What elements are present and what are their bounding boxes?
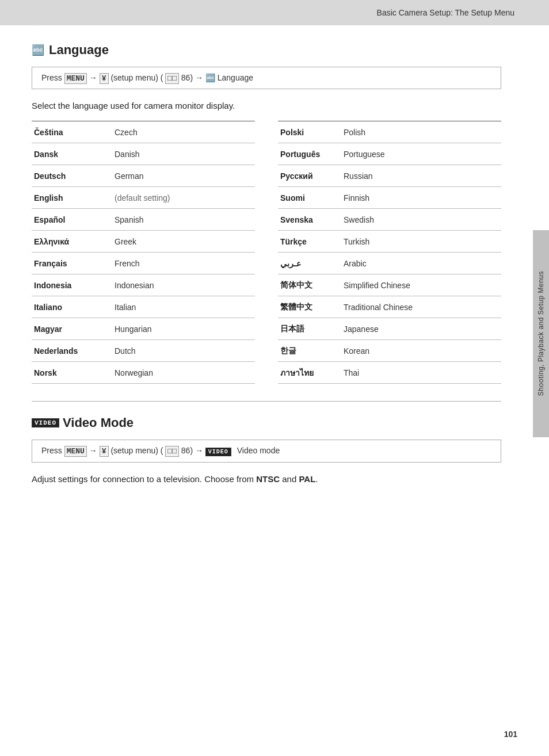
- side-tab-text: Shooting, Playback and Setup Menus: [537, 271, 545, 396]
- lang-english: Turkish: [341, 234, 372, 250]
- language-description: Select the language used for camera moni…: [32, 101, 501, 110]
- lang-english: Korean: [341, 343, 372, 359]
- language-right-column: PolskiPolishPortuguêsPortugueseРусскийRu…: [278, 121, 501, 384]
- table-row: DeutschGerman: [32, 165, 255, 187]
- table-row: PortuguêsPortuguese: [278, 143, 501, 165]
- video-heading: Video Mode: [63, 415, 134, 430]
- lang-native: ภาษาไทย: [278, 363, 341, 383]
- table-row: NederlandsDutch: [32, 340, 255, 362]
- lang-native: Türkçe: [278, 234, 341, 250]
- video-page-ref: □□: [165, 446, 179, 457]
- lang-native: 日本語: [278, 320, 341, 338]
- lang-english: Greek: [112, 234, 139, 250]
- lang-english: Italian: [112, 299, 138, 315]
- table-row: ภาษาไทยThai: [278, 362, 501, 384]
- table-row: 繁體中文Traditional Chinese: [278, 296, 501, 318]
- table-row: English(default setting): [32, 187, 255, 209]
- lang-native: 한글: [278, 342, 341, 360]
- lang-english: Japanese: [341, 321, 381, 337]
- side-tab: Shooting, Playback and Setup Menus: [533, 230, 549, 437]
- lang-english: Spanish: [112, 212, 146, 228]
- lang-english: Arabic: [341, 255, 369, 272]
- lang-native: Norsk: [32, 365, 112, 381]
- table-row: MagyarHungarian: [32, 318, 255, 340]
- lang-native: Français: [32, 255, 112, 272]
- lang-english: Portuguese: [341, 146, 387, 162]
- table-row: EspañolSpanish: [32, 209, 255, 231]
- table-row: TürkçeTurkish: [278, 231, 501, 253]
- table-row: عـربيArabic: [278, 253, 501, 274]
- pal-label: PAL: [299, 474, 315, 484]
- setup-icon: ¥: [100, 73, 109, 84]
- lang-english: Czech: [112, 124, 140, 140]
- lang-english: Finnish: [341, 190, 372, 206]
- lang-english: Hungarian: [112, 321, 154, 337]
- table-row: DanskDanish: [32, 143, 255, 165]
- column-separator: [255, 121, 278, 384]
- lang-english: Thai: [341, 365, 361, 381]
- page-number: 101: [504, 730, 517, 739]
- table-row: РусскийRussian: [278, 165, 501, 187]
- lang-native: 简体中文: [278, 277, 341, 294]
- lang-native: Polski: [278, 124, 341, 140]
- table-row: NorskNorwegian: [32, 362, 255, 384]
- main-content: 🔤 Language Press MENU → ¥ (setup menu) (…: [0, 25, 533, 517]
- top-bar: Basic Camera Setup: The Setup Menu: [0, 0, 549, 25]
- lang-english: French: [112, 255, 142, 272]
- table-row: ItalianoItalian: [32, 296, 255, 318]
- lang-english: Norwegian: [112, 365, 155, 381]
- menu-key: MENU: [64, 73, 87, 84]
- page-ref: □□: [165, 73, 179, 84]
- language-icon: 🔤: [32, 44, 44, 56]
- lang-native: Indonesia: [32, 277, 112, 293]
- lang-english: Polish: [341, 124, 368, 140]
- table-row: ČeštinaCzech: [32, 121, 255, 143]
- lang-english: Traditional Chinese: [341, 299, 415, 315]
- table-row: IndonesiaIndonesian: [32, 274, 255, 296]
- lang-native: Magyar: [32, 321, 112, 337]
- page-header-title: Basic Camera Setup: The Setup Menu: [377, 8, 514, 17]
- table-row: SvenskaSwedish: [278, 209, 501, 231]
- language-menu-box: Press MENU → ¥ (setup menu) ( □□ 86) → 🔤…: [32, 67, 501, 89]
- lang-english: German: [112, 168, 146, 184]
- language-heading: Language: [49, 43, 109, 58]
- table-row: 日本語Japanese: [278, 318, 501, 340]
- lang-native: Русский: [278, 168, 341, 184]
- lang-icon-inline: 🔤: [205, 73, 215, 82]
- lang-english: Indonesian: [112, 277, 157, 293]
- video-description: Adjust settings for connection to a tele…: [32, 474, 501, 484]
- section-divider: [32, 401, 501, 402]
- language-table: ČeštinaCzechDanskDanishDeutschGermanEngl…: [32, 121, 501, 384]
- lang-english: Danish: [112, 146, 142, 162]
- video-setup-icon: ¥: [100, 446, 109, 457]
- ntsc-label: NTSC: [256, 474, 280, 484]
- table-row: ΕλληνικάGreek: [32, 231, 255, 253]
- lang-english: (default setting): [112, 190, 173, 206]
- table-row: PolskiPolish: [278, 121, 501, 143]
- video-icon: VIDEO: [32, 418, 59, 427]
- language-left-column: ČeštinaCzechDanskDanishDeutschGermanEngl…: [32, 121, 255, 384]
- lang-native: Español: [32, 212, 112, 228]
- lang-native: Nederlands: [32, 343, 112, 359]
- lang-native: Suomi: [278, 190, 341, 206]
- lang-native: عـربي: [278, 255, 341, 272]
- lang-english: Swedish: [341, 212, 376, 228]
- video-section-title: VIDEO Video Mode: [32, 415, 501, 430]
- lang-native: 繁體中文: [278, 299, 341, 316]
- lang-native: Italiano: [32, 299, 112, 315]
- lang-native: Português: [278, 146, 341, 162]
- lang-native: Dansk: [32, 146, 112, 162]
- lang-native: Ελληνικά: [32, 234, 112, 250]
- table-row: SuomiFinnish: [278, 187, 501, 209]
- lang-english: Simplified Chinese: [341, 277, 413, 293]
- table-row: 简体中文Simplified Chinese: [278, 274, 501, 296]
- video-menu-key: MENU: [64, 446, 87, 457]
- lang-native: English: [32, 190, 112, 206]
- lang-english: Dutch: [112, 343, 138, 359]
- table-row: FrançaisFrench: [32, 253, 255, 274]
- table-row: 한글Korean: [278, 340, 501, 362]
- lang-native: Čeština: [32, 124, 112, 140]
- video-menu-box: Press MENU → ¥ (setup menu) ( □□ 86) → V…: [32, 440, 501, 463]
- video-icon-inline: VIDEO: [205, 448, 231, 456]
- lang-english: Russian: [341, 168, 375, 184]
